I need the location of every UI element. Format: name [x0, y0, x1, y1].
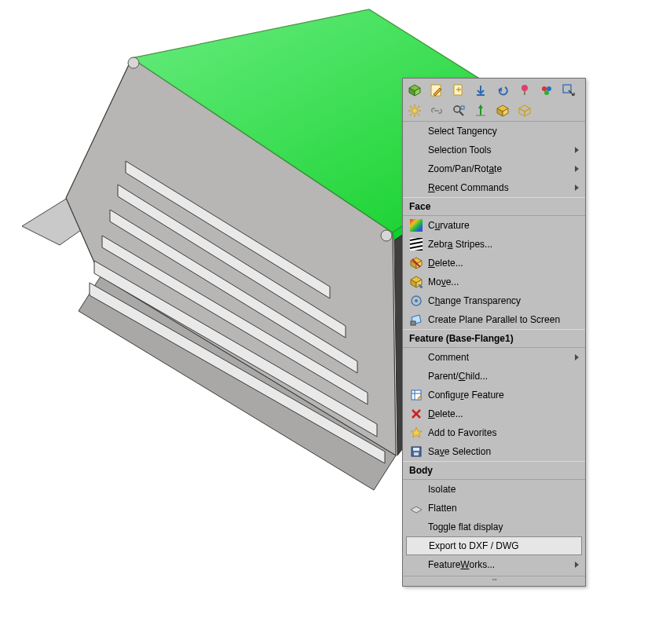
- move-icon: [409, 275, 423, 289]
- svg-point-64: [415, 299, 418, 302]
- svg-rect-66: [411, 321, 415, 325]
- menu-item-label: Curvature: [428, 220, 579, 231]
- section-face: Face: [403, 197, 585, 216]
- menu-configure-feature[interactable]: Configure Feature: [403, 386, 585, 404]
- palette-icon[interactable]: [538, 82, 555, 99]
- edit-sketch-icon[interactable]: [428, 82, 445, 99]
- curvature-icon: [409, 218, 423, 232]
- sun-icon[interactable]: [406, 102, 423, 119]
- svg-marker-47: [519, 108, 525, 116]
- menu-export-dxf-dwg[interactable]: Export to DXF / DWG: [406, 536, 582, 555]
- menu-face-move[interactable]: Move...: [403, 273, 585, 291]
- menu-item-label: Select Tangency: [428, 126, 579, 137]
- transparency-icon: [409, 294, 423, 308]
- context-menu: Select Tangency Selection Tools Zoom/Pan…: [402, 78, 586, 587]
- paint-icon[interactable]: [516, 82, 533, 99]
- link-icon[interactable]: [428, 102, 445, 119]
- doc-arrows-icon[interactable]: [450, 82, 467, 99]
- menu-item-label: Delete...: [428, 258, 579, 269]
- menu-comment[interactable]: Comment: [403, 348, 585, 367]
- svg-rect-23: [524, 90, 525, 95]
- menu-expand-handle[interactable]: ˅˅: [403, 578, 585, 586]
- preselect-icon[interactable]: [560, 82, 577, 99]
- menu-recent-commands[interactable]: Recent Commands: [403, 178, 585, 197]
- svg-rect-75: [414, 452, 419, 456]
- menu-body: Isolate Flatten Toggle flat display Expo…: [403, 480, 585, 574]
- menu-item-label: Comment: [428, 352, 579, 363]
- plane-icon: [409, 313, 423, 327]
- axis-icon[interactable]: [472, 102, 489, 119]
- menu-parent-child[interactable]: Parent/Child...: [403, 367, 585, 386]
- menu-create-plane-parallel[interactable]: Create Plane Parallel to Screen: [403, 310, 585, 329]
- menu-item-label: Export to DXF / DWG: [429, 540, 578, 551]
- menu-item-label: Flatten: [428, 503, 579, 514]
- menu-face-delete[interactable]: Delete...: [403, 254, 585, 273]
- svg-line-35: [410, 114, 412, 115]
- arrow-down-icon[interactable]: [472, 82, 489, 99]
- svg-line-38: [459, 112, 463, 115]
- svg-point-25: [547, 86, 551, 91]
- svg-point-37: [454, 106, 460, 112]
- menu-item-label: Create Plane Parallel to Screen: [428, 314, 579, 325]
- menu-save-selection[interactable]: Save Selection: [403, 442, 585, 461]
- menu-item-label: Selection Tools: [428, 145, 579, 156]
- svg-marker-72: [411, 427, 422, 437]
- menu-zoom-pan-rotate[interactable]: Zoom/Pan/Rotate: [403, 159, 585, 178]
- context-toolbar: [403, 79, 585, 122]
- feature-cube-icon[interactable]: [406, 82, 423, 99]
- menu-item-label: Change Transparency: [428, 295, 579, 306]
- menu-select-tangency[interactable]: Select Tangency: [403, 122, 585, 141]
- menu-item-label: Isolate: [428, 484, 579, 495]
- svg-line-33: [410, 106, 412, 108]
- menu-change-transparency[interactable]: Change Transparency: [403, 291, 585, 310]
- menu-add-to-favorites[interactable]: Add to Favorites: [403, 423, 585, 442]
- box-wire-icon[interactable]: [516, 102, 533, 119]
- svg-marker-76: [411, 507, 422, 513]
- menu-isolate[interactable]: Isolate: [403, 480, 585, 499]
- svg-rect-20: [477, 94, 485, 96]
- svg-point-14: [128, 57, 139, 68]
- svg-line-36: [418, 106, 419, 108]
- menu-curvature[interactable]: Curvature: [403, 216, 585, 235]
- zebra-icon: [409, 237, 423, 251]
- svg-rect-74: [413, 448, 419, 451]
- svg-point-13: [381, 230, 392, 241]
- svg-point-22: [521, 85, 528, 91]
- section-feature: Feature (Base-Flange1): [403, 329, 585, 348]
- menu-item-label: FeatureWorks...: [428, 559, 579, 570]
- menu-featureworks[interactable]: FeatureWorks...: [403, 555, 585, 574]
- svg-marker-48: [525, 108, 530, 116]
- menu-item-label: Zoom/Pan/Rotate: [428, 163, 579, 174]
- menu-selection-tools[interactable]: Selection Tools: [403, 141, 585, 159]
- menu-general: Select Tangency Selection Tools Zoom/Pan…: [403, 122, 585, 197]
- chevron-down-icon: ˅˅: [492, 578, 496, 586]
- menu-toggle-flat-display[interactable]: Toggle flat display: [403, 518, 585, 536]
- svg-line-34: [418, 114, 419, 115]
- menu-item-label: Save Selection: [428, 446, 579, 457]
- menu-feature-delete[interactable]: Delete...: [403, 404, 585, 423]
- menu-item-label: Add to Favorites: [428, 427, 579, 438]
- svg-marker-46: [519, 105, 530, 112]
- zoom-fit-icon[interactable]: [450, 102, 467, 119]
- delete-icon: [409, 256, 423, 270]
- box-solid-icon[interactable]: [494, 102, 511, 119]
- menu-item-label: Configure Feature: [428, 390, 579, 401]
- menu-face: Curvature Zebra Stripes... Delete... Mov…: [403, 216, 585, 329]
- delete-x-icon: [409, 407, 423, 421]
- menu-item-label: Zebra Stripes...: [428, 239, 579, 250]
- menu-item-label: Move...: [428, 276, 579, 287]
- undo-icon[interactable]: [494, 82, 511, 99]
- section-body: Body: [403, 461, 585, 480]
- svg-point-28: [412, 108, 418, 114]
- save-sel-icon: [409, 445, 423, 459]
- favorite-icon: [409, 426, 423, 440]
- svg-rect-39: [461, 106, 464, 109]
- menu-flatten[interactable]: Flatten: [403, 499, 585, 518]
- svg-point-24: [542, 86, 547, 91]
- menu-item-label: Delete...: [428, 408, 579, 419]
- flatten-icon: [409, 501, 423, 515]
- menu-zebra-stripes[interactable]: Zebra Stripes...: [403, 235, 585, 254]
- svg-marker-41: [478, 104, 483, 108]
- svg-point-26: [544, 90, 549, 95]
- menu-feature: Comment Parent/Child... Configure Featur…: [403, 348, 585, 461]
